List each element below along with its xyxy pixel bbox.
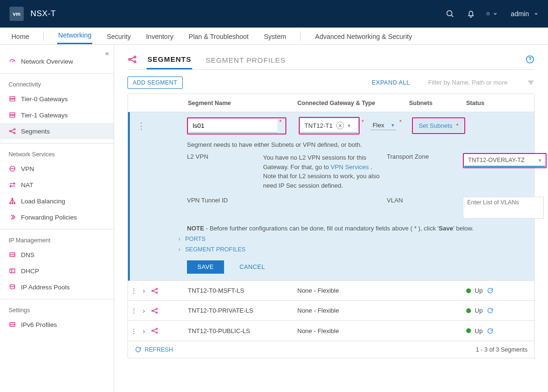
- sidebar-label: Forwarding Policies: [21, 214, 77, 221]
- refresh-button[interactable]: REFRESH: [135, 346, 173, 353]
- sidebar-item-forwarding[interactable]: Forwarding Policies: [0, 209, 114, 225]
- sidebar-item-ipv6[interactable]: IPv6 Profiles: [0, 316, 114, 333]
- sidebar-item-dhcp[interactable]: DHCP: [0, 263, 114, 279]
- col-segment-name[interactable]: Segment Name: [185, 100, 294, 106]
- sidebar-item-nat[interactable]: NAT: [0, 177, 114, 193]
- sidebar-item-vpn[interactable]: VPN: [0, 161, 114, 177]
- sidebar-label: DHCP: [21, 268, 39, 275]
- search-icon[interactable]: [444, 8, 456, 19]
- refresh-row-icon[interactable]: [487, 327, 494, 335]
- gateway-icon: [9, 111, 16, 119]
- transport-zone-select[interactable]: TNT12-OVERLAY-TZ ▾: [464, 154, 545, 167]
- add-segment-button[interactable]: ADD SEGMENT: [127, 76, 183, 89]
- filter-icon[interactable]: [527, 79, 535, 86]
- row-actions-menu[interactable]: ⋮: [135, 121, 148, 131]
- cancel-button[interactable]: CANCEL: [236, 263, 268, 271]
- tab-advanced[interactable]: Advanced Networking & Security: [314, 29, 413, 44]
- nat-icon: [9, 181, 16, 189]
- ports-section[interactable]: ›PORTS: [178, 236, 529, 242]
- pagination-text: 1 - 3 of 3 Segments: [476, 346, 528, 353]
- segment-profiles-label: SEGMENT PROFILES: [185, 246, 245, 253]
- segment-name-input[interactable]: [189, 119, 277, 133]
- sidebar-label: Tier-0 Gateways: [21, 96, 68, 103]
- l2vpn-text: You have no L2 VPN sessions for this Gat…: [263, 153, 387, 190]
- top-bar: vm NSX-T admin: [0, 0, 548, 28]
- expand-row-icon[interactable]: ›: [143, 287, 145, 295]
- dns-icon: [9, 251, 16, 258]
- chevron-down-icon: ▾: [348, 123, 351, 129]
- grid-header: Segment Name Connected Gateway & Type Su…: [128, 94, 534, 112]
- svg-rect-5: [10, 96, 15, 98]
- tab-plan[interactable]: Plan & Troubleshoot: [188, 29, 250, 44]
- svg-point-41: [152, 290, 153, 291]
- sidebar-label: IPv6 Profiles: [21, 321, 57, 328]
- svg-line-13: [11, 132, 14, 133]
- status-text: Up: [475, 287, 483, 294]
- svg-line-23: [12, 200, 15, 203]
- help-icon[interactable]: [486, 8, 498, 19]
- status-text: Up: [475, 327, 483, 335]
- tab-home[interactable]: Home: [10, 29, 30, 44]
- refresh-row-icon[interactable]: [487, 287, 494, 294]
- refresh-row-icon[interactable]: [487, 307, 494, 314]
- chevron-down-icon[interactable]: [534, 11, 538, 16]
- required-marker: *: [399, 118, 401, 125]
- svg-point-42: [156, 288, 157, 289]
- vlan-input[interactable]: [463, 197, 544, 219]
- tab-inventory[interactable]: Inventory: [145, 29, 175, 44]
- vpn-services-link[interactable]: VPN Services: [331, 163, 369, 171]
- svg-point-32: [134, 56, 136, 58]
- tab-security[interactable]: Security: [106, 29, 132, 44]
- sidebar-item-lb[interactable]: Load Balancing: [0, 193, 114, 209]
- svg-point-33: [134, 61, 136, 63]
- row-actions-menu[interactable]: ⋮: [131, 327, 137, 335]
- svg-line-4: [12, 61, 14, 62]
- required-marker: *: [362, 118, 364, 125]
- sidebar-item-ippools[interactable]: IP Address Pools: [0, 279, 114, 295]
- segment-name-cell: TNT12-T0-MSFT-LS: [185, 287, 294, 294]
- sidebar-item-tier1[interactable]: Tier-1 Gateways: [0, 107, 114, 123]
- sidebar-item-tier0[interactable]: Tier-0 Gateways: [0, 91, 114, 107]
- set-subnets-link[interactable]: Set Subnets *: [414, 119, 463, 132]
- status-text: Up: [475, 307, 483, 314]
- segment-type-select[interactable]: Flex ▾: [371, 122, 396, 130]
- toolbar: ADD SEGMENT EXPAND ALL: [127, 76, 535, 89]
- help-icon[interactable]: [525, 55, 535, 68]
- sidebar-item-segments[interactable]: Segments: [0, 123, 114, 139]
- subtab-segments[interactable]: SEGMENTS: [147, 53, 192, 69]
- clear-icon[interactable]: ✕: [336, 122, 344, 129]
- filter-input[interactable]: [427, 78, 522, 87]
- subtab-segment-profiles[interactable]: SEGMENT PROFILES: [205, 54, 286, 69]
- svg-point-28: [10, 285, 14, 287]
- save-button[interactable]: SAVE: [187, 260, 224, 274]
- row-actions-menu[interactable]: ⋮: [131, 307, 137, 314]
- bell-icon[interactable]: [465, 8, 477, 19]
- segment-type-value: Flex: [372, 122, 384, 129]
- chevron-down-icon: [493, 11, 498, 16]
- svg-point-52: [156, 328, 157, 330]
- svg-line-55: [153, 331, 157, 333]
- main-content: SEGMENTS SEGMENT PROFILES ADD SEGMENT EX…: [114, 45, 548, 392]
- col-subnets[interactable]: Subnets: [406, 100, 463, 106]
- connected-gateway-select[interactable]: TNT12-T1 ✕ ▾: [301, 119, 358, 133]
- segment-profiles-section[interactable]: ›SEGMENT PROFILES: [178, 246, 529, 253]
- dashboard-icon: [9, 57, 16, 65]
- tab-system[interactable]: System: [263, 29, 287, 44]
- collapse-sidebar-icon[interactable]: «: [105, 49, 109, 57]
- sidebar-item-overview[interactable]: Network Overview: [0, 53, 114, 69]
- segment-name-cell: TNT12-T0-PUBLIC-LS: [185, 327, 294, 335]
- user-menu[interactable]: admin: [511, 10, 529, 18]
- col-status[interactable]: Status: [463, 100, 534, 106]
- status-dot-icon: [466, 308, 471, 313]
- svg-point-9: [10, 131, 11, 132]
- expand-row-icon[interactable]: ›: [143, 306, 145, 315]
- row-actions-menu[interactable]: ⋮: [131, 287, 137, 294]
- sidebar-item-dns[interactable]: DNS: [0, 247, 114, 263]
- connected-gateway-field: TNT12-T1 ✕ ▾: [299, 117, 360, 134]
- expand-row-icon[interactable]: ›: [143, 327, 145, 335]
- col-gateway[interactable]: Connected Gateway & Type: [294, 100, 406, 106]
- ip-pools-icon: [9, 283, 16, 291]
- tab-networking[interactable]: Networking: [57, 28, 92, 44]
- expand-all-button[interactable]: EXPAND ALL: [372, 79, 410, 86]
- gateway-value: TNT12-T1: [304, 122, 333, 129]
